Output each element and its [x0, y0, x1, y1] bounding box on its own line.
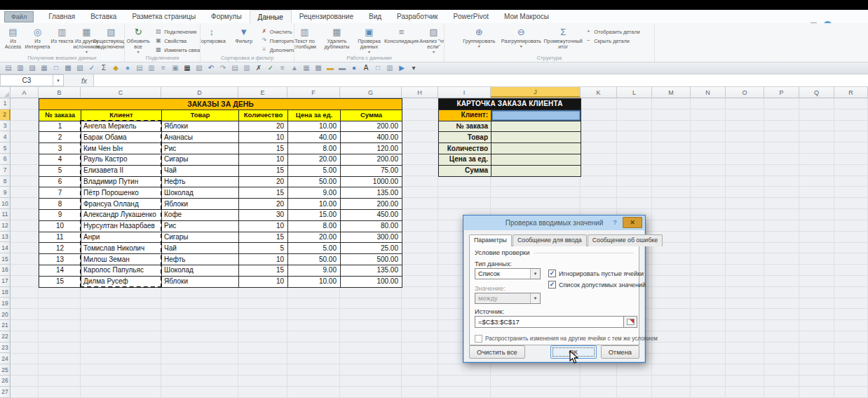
cell[interactable]: 14 [39, 265, 81, 276]
qat-grid-dark-icon[interactable]: ▦ [182, 63, 193, 73]
qat-columns-icon[interactable]: ▥ [241, 63, 252, 73]
cell[interactable]: Рис [162, 220, 239, 232]
row-header-23[interactable]: 23 [0, 343, 11, 354]
name-box-dropdown-icon[interactable]: ▾ [53, 74, 64, 86]
qat-flower-icon[interactable]: ● [122, 63, 133, 73]
ribbon-tab-0[interactable]: Главная [41, 10, 83, 23]
cell[interactable]: 8 [39, 199, 81, 210]
row-header-9[interactable]: 9 [0, 187, 11, 198]
ribbon-button[interactable]: ▼Фильтр [229, 25, 259, 44]
ribbon-tab-1[interactable]: Вставка [83, 10, 124, 23]
cell[interactable]: Каролос Папульяс [81, 265, 162, 276]
qat-spell-icon[interactable]: ✓ [86, 63, 97, 73]
column-header-A[interactable]: A [11, 87, 39, 98]
qat-check-icon[interactable]: ✓ [265, 63, 276, 73]
cell[interactable]: 200.00 [341, 199, 402, 210]
cell[interactable]: 450.00 [341, 209, 402, 220]
cell[interactable]: Нефть [162, 254, 239, 265]
qat-pen-yellow-icon[interactable]: ▬ [325, 63, 336, 73]
ribbon-button[interactable]: ◎Из Интернета [26, 25, 49, 50]
qat-undo-icon[interactable]: ↶ [205, 63, 217, 73]
row-header-7[interactable]: 7 [0, 165, 11, 176]
cell[interactable]: Шоколад [162, 187, 239, 199]
row-header-12[interactable]: 12 [0, 220, 11, 232]
row-header-16[interactable]: 16 [0, 265, 11, 276]
qat-bracket-icon[interactable]: ▣ [170, 63, 181, 73]
cell[interactable]: 15 [239, 165, 288, 176]
qat-redo-icon[interactable]: ↷ [217, 63, 229, 73]
column-header-H[interactable]: H [402, 87, 438, 98]
qat-globe-icon[interactable]: ● [348, 63, 360, 73]
cell[interactable]: 10.00 [288, 199, 341, 210]
column-header-Q[interactable]: Q [799, 87, 834, 98]
cell[interactable]: Дилма Русеф [81, 276, 162, 287]
cell[interactable]: 75.00 [341, 165, 402, 176]
qat-more-icon[interactable]: ≡ [277, 63, 288, 73]
ribbon-button[interactable]: ▨Подключения [155, 28, 201, 35]
row-header-3[interactable]: 3 [0, 121, 11, 132]
qat-save-icon[interactable]: ▥ [15, 63, 26, 73]
tab-input-message[interactable]: Сообщение для ввода [513, 234, 587, 246]
qat-font-icon[interactable]: A [360, 63, 372, 73]
qat-page-icon[interactable]: ▧ [194, 63, 205, 73]
cell[interactable]: 9.00 [288, 265, 341, 276]
row-header-10[interactable]: 10 [0, 198, 11, 209]
row-header-14[interactable]: 14 [0, 242, 11, 253]
cell[interactable]: 7 [39, 187, 81, 199]
qat-pen-gray-icon[interactable]: ▬ [337, 63, 348, 73]
cell[interactable]: 20 [239, 121, 288, 132]
cell[interactable]: 1 [39, 121, 81, 132]
cell[interactable]: 120.00 [341, 143, 402, 154]
orders-header-cell[interactable]: Товар [162, 110, 239, 121]
ribbon-tab-6[interactable]: Вид [361, 10, 389, 23]
row-header-6[interactable]: 6 [0, 154, 11, 165]
orders-header-cell[interactable]: Сумма [341, 110, 402, 121]
range-picker-button[interactable] [624, 316, 637, 328]
ribbon-button[interactable]: ▤Из Access [1, 25, 25, 50]
cell[interactable]: 5 [239, 243, 288, 254]
ribbon-button[interactable]: ⊖Разгруппировать▾ [501, 25, 541, 48]
cell[interactable]: 1000.00 [341, 176, 402, 187]
cell[interactable]: 25.00 [341, 243, 402, 254]
column-header-B[interactable]: B [39, 87, 81, 98]
ribbon-button[interactable]: ▣Проверка данных▾ [354, 25, 385, 53]
cell[interactable]: Нефть [162, 176, 239, 187]
cell[interactable]: Ангела Меркель [81, 121, 162, 132]
column-header-O[interactable]: O [726, 87, 764, 98]
cell[interactable]: 10 [239, 276, 288, 287]
row-header-2[interactable]: 2 [0, 110, 11, 121]
qat-doc-icon[interactable]: ▤ [134, 63, 145, 73]
row-header-18[interactable]: 18 [0, 287, 11, 298]
column-header-R[interactable]: R [834, 87, 868, 98]
ribbon-button[interactable]: ✗Очистить [261, 28, 294, 35]
cell[interactable]: 10 [239, 132, 288, 143]
dialog-titlebar[interactable]: Проверка вводимых значений ? ✕ [463, 215, 645, 230]
ribbon-tab-9[interactable]: Мои Макросы [496, 10, 557, 23]
ribbon-button[interactable]: −Скрыть детали [585, 37, 640, 44]
cell[interactable]: 50.00 [288, 176, 341, 187]
cell[interactable]: 5 [39, 165, 81, 176]
cell[interactable]: Яблоки [162, 121, 239, 132]
ribbon-button[interactable]: ≡Дополнительно [261, 46, 294, 53]
qat-sheet-icon[interactable]: ▥ [146, 63, 157, 73]
cell[interactable]: 5.00 [288, 165, 341, 176]
row-header-1[interactable]: 1 [0, 98, 11, 110]
column-header-I[interactable]: I [438, 87, 491, 98]
cell[interactable]: Кофе [162, 209, 239, 220]
column-header-J[interactable]: J [491, 87, 581, 98]
row-header-4[interactable]: 4 [0, 131, 11, 142]
column-header-C[interactable]: C [81, 87, 161, 98]
ribbon-tab-3[interactable]: Формулы [203, 10, 250, 23]
name-box[interactable]: C3 [0, 74, 53, 86]
column-header-K[interactable]: K [581, 87, 617, 98]
cell[interactable]: 50.00 [288, 254, 341, 265]
cell[interactable]: Чай [162, 165, 239, 176]
qat-chart-icon[interactable]: ▲ [289, 63, 300, 73]
cell[interactable]: 10.00 [288, 121, 341, 132]
active-cell-J2[interactable] [491, 110, 581, 121]
row-header-19[interactable]: 19 [0, 298, 11, 309]
qat-dropdown-icon[interactable]: ▾ [408, 63, 419, 73]
cell[interactable]: Пётр Порошенко [81, 187, 162, 199]
cell[interactable]: Владимир Путин [81, 176, 162, 187]
select-all-corner[interactable] [0, 87, 11, 98]
